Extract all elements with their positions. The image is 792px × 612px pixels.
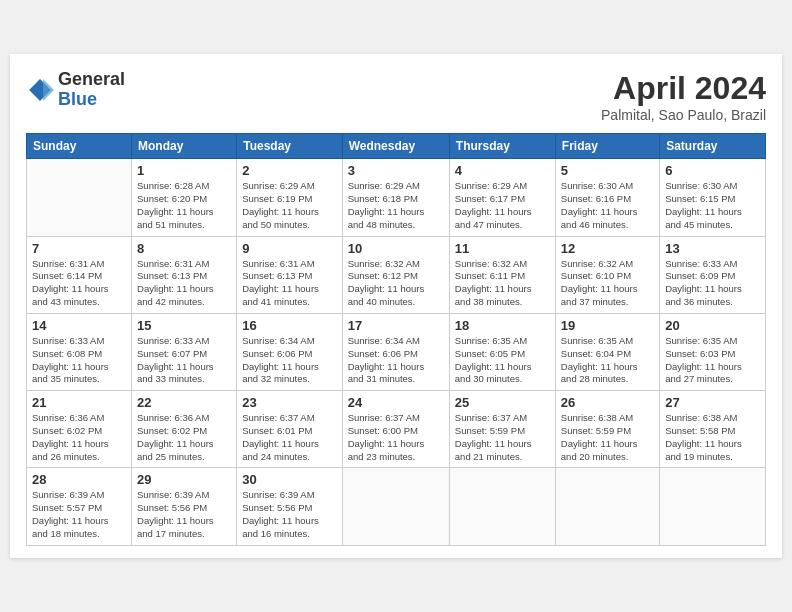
month-title: April 2024 <box>601 70 766 107</box>
day-info: Sunrise: 6:32 AM Sunset: 6:12 PM Dayligh… <box>348 258 444 309</box>
day-cell: 30Sunrise: 6:39 AM Sunset: 5:56 PM Dayli… <box>237 468 342 545</box>
day-number: 21 <box>32 395 126 410</box>
day-info: Sunrise: 6:35 AM Sunset: 6:05 PM Dayligh… <box>455 335 550 386</box>
logo: General Blue <box>26 70 125 110</box>
day-number: 20 <box>665 318 760 333</box>
day-number: 7 <box>32 241 126 256</box>
day-cell: 22Sunrise: 6:36 AM Sunset: 6:02 PM Dayli… <box>132 391 237 468</box>
day-number: 10 <box>348 241 444 256</box>
day-info: Sunrise: 6:32 AM Sunset: 6:10 PM Dayligh… <box>561 258 654 309</box>
day-number: 30 <box>242 472 336 487</box>
day-number: 17 <box>348 318 444 333</box>
day-cell <box>27 159 132 236</box>
day-number: 9 <box>242 241 336 256</box>
day-info: Sunrise: 6:30 AM Sunset: 6:16 PM Dayligh… <box>561 180 654 231</box>
day-number: 18 <box>455 318 550 333</box>
day-cell: 10Sunrise: 6:32 AM Sunset: 6:12 PM Dayli… <box>342 236 449 313</box>
day-number: 23 <box>242 395 336 410</box>
day-cell: 17Sunrise: 6:34 AM Sunset: 6:06 PM Dayli… <box>342 313 449 390</box>
day-cell: 14Sunrise: 6:33 AM Sunset: 6:08 PM Dayli… <box>27 313 132 390</box>
day-cell: 15Sunrise: 6:33 AM Sunset: 6:07 PM Dayli… <box>132 313 237 390</box>
day-info: Sunrise: 6:37 AM Sunset: 6:01 PM Dayligh… <box>242 412 336 463</box>
day-number: 4 <box>455 163 550 178</box>
day-number: 13 <box>665 241 760 256</box>
day-cell: 20Sunrise: 6:35 AM Sunset: 6:03 PM Dayli… <box>660 313 766 390</box>
day-cell: 28Sunrise: 6:39 AM Sunset: 5:57 PM Dayli… <box>27 468 132 545</box>
day-info: Sunrise: 6:32 AM Sunset: 6:11 PM Dayligh… <box>455 258 550 309</box>
week-row-4: 28Sunrise: 6:39 AM Sunset: 5:57 PM Dayli… <box>27 468 766 545</box>
day-cell: 1Sunrise: 6:28 AM Sunset: 6:20 PM Daylig… <box>132 159 237 236</box>
day-info: Sunrise: 6:35 AM Sunset: 6:04 PM Dayligh… <box>561 335 654 386</box>
logo-general-text: General <box>58 70 125 90</box>
title-block: April 2024 Palmital, Sao Paulo, Brazil <box>601 70 766 123</box>
day-cell: 8Sunrise: 6:31 AM Sunset: 6:13 PM Daylig… <box>132 236 237 313</box>
day-info: Sunrise: 6:29 AM Sunset: 6:19 PM Dayligh… <box>242 180 336 231</box>
header: General Blue April 2024 Palmital, Sao Pa… <box>26 70 766 123</box>
day-cell: 18Sunrise: 6:35 AM Sunset: 6:05 PM Dayli… <box>449 313 555 390</box>
day-number: 11 <box>455 241 550 256</box>
day-number: 22 <box>137 395 231 410</box>
header-cell-thursday: Thursday <box>449 134 555 159</box>
header-row: SundayMondayTuesdayWednesdayThursdayFrid… <box>27 134 766 159</box>
day-info: Sunrise: 6:37 AM Sunset: 5:59 PM Dayligh… <box>455 412 550 463</box>
day-number: 1 <box>137 163 231 178</box>
day-number: 26 <box>561 395 654 410</box>
day-info: Sunrise: 6:39 AM Sunset: 5:56 PM Dayligh… <box>137 489 231 540</box>
svg-marker-1 <box>43 79 54 101</box>
day-info: Sunrise: 6:34 AM Sunset: 6:06 PM Dayligh… <box>348 335 444 386</box>
day-cell: 9Sunrise: 6:31 AM Sunset: 6:13 PM Daylig… <box>237 236 342 313</box>
day-number: 27 <box>665 395 760 410</box>
day-info: Sunrise: 6:38 AM Sunset: 5:59 PM Dayligh… <box>561 412 654 463</box>
day-cell <box>449 468 555 545</box>
week-row-3: 21Sunrise: 6:36 AM Sunset: 6:02 PM Dayli… <box>27 391 766 468</box>
day-cell: 6Sunrise: 6:30 AM Sunset: 6:15 PM Daylig… <box>660 159 766 236</box>
day-cell: 19Sunrise: 6:35 AM Sunset: 6:04 PM Dayli… <box>555 313 659 390</box>
day-info: Sunrise: 6:29 AM Sunset: 6:17 PM Dayligh… <box>455 180 550 231</box>
day-cell: 4Sunrise: 6:29 AM Sunset: 6:17 PM Daylig… <box>449 159 555 236</box>
day-cell: 25Sunrise: 6:37 AM Sunset: 5:59 PM Dayli… <box>449 391 555 468</box>
day-cell <box>660 468 766 545</box>
week-row-1: 7Sunrise: 6:31 AM Sunset: 6:14 PM Daylig… <box>27 236 766 313</box>
day-info: Sunrise: 6:39 AM Sunset: 5:57 PM Dayligh… <box>32 489 126 540</box>
header-cell-saturday: Saturday <box>660 134 766 159</box>
header-cell-friday: Friday <box>555 134 659 159</box>
day-info: Sunrise: 6:34 AM Sunset: 6:06 PM Dayligh… <box>242 335 336 386</box>
day-info: Sunrise: 6:28 AM Sunset: 6:20 PM Dayligh… <box>137 180 231 231</box>
header-cell-wednesday: Wednesday <box>342 134 449 159</box>
day-number: 12 <box>561 241 654 256</box>
day-cell: 3Sunrise: 6:29 AM Sunset: 6:18 PM Daylig… <box>342 159 449 236</box>
day-cell: 11Sunrise: 6:32 AM Sunset: 6:11 PM Dayli… <box>449 236 555 313</box>
day-number: 2 <box>242 163 336 178</box>
day-cell: 13Sunrise: 6:33 AM Sunset: 6:09 PM Dayli… <box>660 236 766 313</box>
logo-icon <box>26 76 54 104</box>
calendar-wrapper: General Blue April 2024 Palmital, Sao Pa… <box>10 54 782 557</box>
header-cell-sunday: Sunday <box>27 134 132 159</box>
logo-blue-text: Blue <box>58 90 125 110</box>
day-number: 15 <box>137 318 231 333</box>
week-row-2: 14Sunrise: 6:33 AM Sunset: 6:08 PM Dayli… <box>27 313 766 390</box>
day-info: Sunrise: 6:31 AM Sunset: 6:14 PM Dayligh… <box>32 258 126 309</box>
day-info: Sunrise: 6:31 AM Sunset: 6:13 PM Dayligh… <box>137 258 231 309</box>
day-info: Sunrise: 6:36 AM Sunset: 6:02 PM Dayligh… <box>32 412 126 463</box>
day-cell <box>342 468 449 545</box>
day-cell: 16Sunrise: 6:34 AM Sunset: 6:06 PM Dayli… <box>237 313 342 390</box>
day-cell: 27Sunrise: 6:38 AM Sunset: 5:58 PM Dayli… <box>660 391 766 468</box>
day-info: Sunrise: 6:29 AM Sunset: 6:18 PM Dayligh… <box>348 180 444 231</box>
day-info: Sunrise: 6:39 AM Sunset: 5:56 PM Dayligh… <box>242 489 336 540</box>
day-cell: 29Sunrise: 6:39 AM Sunset: 5:56 PM Dayli… <box>132 468 237 545</box>
day-cell: 24Sunrise: 6:37 AM Sunset: 6:00 PM Dayli… <box>342 391 449 468</box>
day-number: 5 <box>561 163 654 178</box>
day-info: Sunrise: 6:33 AM Sunset: 6:08 PM Dayligh… <box>32 335 126 386</box>
day-number: 6 <box>665 163 760 178</box>
calendar-table: SundayMondayTuesdayWednesdayThursdayFrid… <box>26 133 766 545</box>
week-row-0: 1Sunrise: 6:28 AM Sunset: 6:20 PM Daylig… <box>27 159 766 236</box>
day-number: 3 <box>348 163 444 178</box>
day-cell: 12Sunrise: 6:32 AM Sunset: 6:10 PM Dayli… <box>555 236 659 313</box>
day-info: Sunrise: 6:36 AM Sunset: 6:02 PM Dayligh… <box>137 412 231 463</box>
day-info: Sunrise: 6:31 AM Sunset: 6:13 PM Dayligh… <box>242 258 336 309</box>
day-cell: 21Sunrise: 6:36 AM Sunset: 6:02 PM Dayli… <box>27 391 132 468</box>
day-info: Sunrise: 6:38 AM Sunset: 5:58 PM Dayligh… <box>665 412 760 463</box>
day-info: Sunrise: 6:35 AM Sunset: 6:03 PM Dayligh… <box>665 335 760 386</box>
day-number: 8 <box>137 241 231 256</box>
day-number: 16 <box>242 318 336 333</box>
